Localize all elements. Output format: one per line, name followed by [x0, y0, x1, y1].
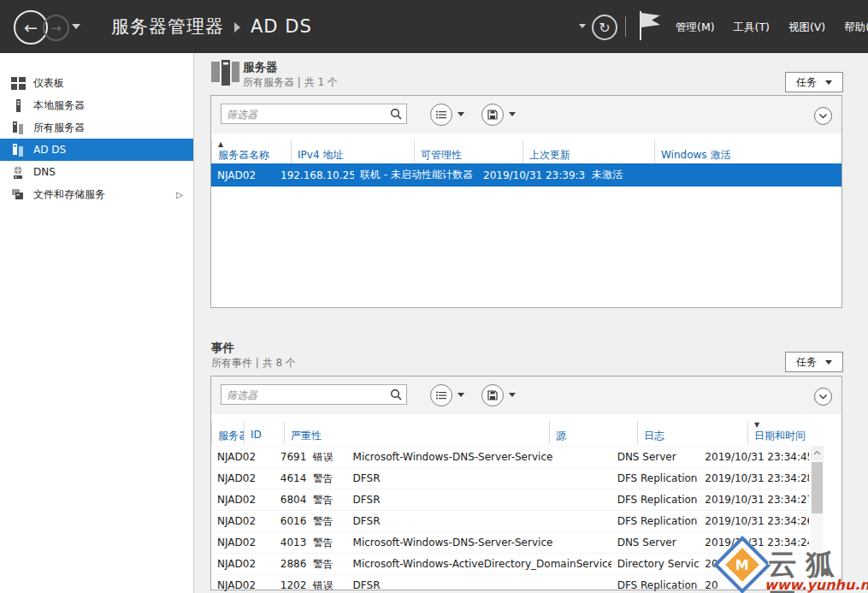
expand-arrow-icon[interactable]: ▷ — [176, 190, 183, 199]
all-servers-icon — [11, 122, 26, 134]
sidebar-item-local-server[interactable]: 本地服务器 — [0, 94, 193, 116]
sidebar-item-label: AD DS — [33, 144, 66, 156]
event-log-cell: DNS Server — [611, 537, 700, 549]
menu-help[interactable]: 帮助(H) — [844, 21, 868, 35]
local-server-icon — [11, 99, 26, 112]
tasks-dropdown-icon — [825, 80, 832, 85]
column-label: 日志 — [644, 430, 664, 442]
app-title: 服务器管理器 — [111, 16, 224, 37]
search-icon — [390, 388, 402, 400]
tasks-label: 任务 — [796, 75, 817, 90]
event-row[interactable]: NJAD02 7691 错误 Microsoft-Windows-DNS-Ser… — [211, 446, 809, 467]
servers-column-header[interactable]: ▲服务器名称 — [211, 140, 291, 163]
server-name-cell: NJAD02 — [211, 169, 275, 181]
event-row[interactable]: NJAD02 1202 错误 DFSR DFS Replication 20 — [211, 574, 809, 593]
event-id-cell: 4614 — [275, 472, 307, 484]
event-log-cell: DNS Server — [611, 451, 700, 463]
sidebar-item-file-storage[interactable]: 文件和存储服务 ▷ — [0, 183, 193, 205]
event-id-cell: 1202 — [275, 579, 307, 591]
notifications-flag-button[interactable] — [639, 11, 661, 40]
event-row[interactable]: NJAD02 6804 警告 DFSR DFS Replication 2019… — [211, 489, 809, 510]
list-filter-icon — [436, 391, 446, 400]
event-row[interactable]: NJAD02 6016 警告 DFSR DFS Replication 2019… — [211, 510, 809, 531]
sidebar-item-label: 所有服务器 — [33, 121, 85, 135]
events-column-header[interactable]: ID — [244, 421, 284, 444]
servers-filter-input[interactable] — [225, 105, 387, 124]
save-query-button[interactable] — [481, 384, 504, 406]
events-column-header[interactable]: 严重性 — [284, 421, 549, 444]
refresh-dropdown-icon[interactable] — [579, 24, 586, 28]
column-label: 服务器名称 — [218, 430, 244, 442]
filter-criteria-button[interactable] — [430, 104, 452, 126]
filter-criteria-button[interactable] — [430, 384, 452, 406]
event-server-cell: NJAD02 — [211, 451, 275, 463]
sidebar-item-label: 文件和存储服务 — [33, 187, 105, 202]
filter-criteria-dropdown-icon[interactable] — [458, 393, 464, 397]
event-severity-cell: 错误 — [307, 578, 347, 593]
event-log-cell: DFS Replication — [611, 515, 700, 527]
event-log-cell: DFS Replication — [611, 472, 700, 484]
events-tile: 服务器名称ID严重性源日志▼日期和时间 NJAD02 7691 错误 Micro… — [210, 376, 842, 590]
servers-column-header[interactable]: IPv4 地址 — [291, 140, 414, 163]
sidebar-item-label: DNS — [33, 166, 56, 178]
servers-tile: ▲服务器名称IPv4 地址可管理性上次更新Windows 激活 NJAD02 1… — [210, 95, 842, 308]
server-manager-window: ← → 服务器管理器AD DS ↻ 管理(M) 工具(T) 视图(V) 帮助(H… — [0, 0, 868, 593]
dashboard-icon — [11, 77, 26, 90]
events-panel-title: 事件 — [211, 341, 234, 356]
forward-button[interactable]: → — [43, 15, 69, 41]
event-server-cell: NJAD02 — [211, 579, 275, 591]
events-filter-input[interactable] — [225, 386, 387, 405]
sidebar-item-all-servers[interactable]: 所有服务器 — [0, 116, 193, 139]
events-column-header[interactable]: 日志 — [637, 421, 747, 444]
sidebar-item-dashboard[interactable]: 仪表板 — [0, 72, 193, 94]
servers-column-header[interactable]: Windows 激活 — [654, 140, 730, 163]
events-panel-subtitle: 所有事件 | 共 8 个 — [211, 356, 296, 371]
servers-panel-icon — [211, 60, 239, 89]
notification-flag-icon — [641, 13, 660, 27]
servers-column-header[interactable]: 可管理性 — [414, 140, 523, 163]
event-id-cell: 2886 — [275, 558, 307, 570]
menu-tools[interactable]: 工具(T) — [734, 21, 770, 35]
forward-icon: → — [50, 21, 62, 36]
save-query-dropdown-icon[interactable] — [509, 112, 516, 116]
servers-tasks-button[interactable]: 任务 — [785, 72, 843, 92]
event-datetime-cell: 2019/10/31 23:34:27 — [699, 494, 809, 506]
event-server-cell: NJAD02 — [211, 558, 275, 570]
event-row[interactable]: NJAD02 4614 警告 DFSR DFS Replication 2019… — [211, 467, 809, 489]
events-column-header[interactable]: 源 — [549, 421, 637, 444]
event-source-cell: DFSR — [347, 472, 611, 484]
event-datetime-cell: 201 — [699, 558, 809, 570]
event-source-cell: Microsoft-Windows-DNS-Server-Service — [347, 537, 611, 549]
scroll-up-button[interactable] — [811, 446, 824, 460]
servers-collapse-button[interactable] — [814, 107, 832, 125]
servers-column-header[interactable]: 上次更新 — [523, 140, 654, 163]
scrollbar-thumb[interactable] — [812, 462, 823, 513]
menu-manage[interactable]: 管理(M) — [676, 21, 715, 35]
event-row[interactable]: NJAD02 2886 警告 Microsoft-Windows-ActiveD… — [211, 553, 809, 574]
event-server-cell: NJAD02 — [211, 537, 275, 549]
nav-history-dropdown-icon[interactable] — [72, 24, 80, 29]
events-column-header[interactable]: 服务器名称 — [211, 421, 244, 444]
menu-view[interactable]: 视图(V) — [788, 21, 825, 35]
events-tasks-button[interactable]: 任务 — [785, 352, 843, 372]
event-row[interactable]: NJAD02 4013 警告 Microsoft-Windows-DNS-Ser… — [211, 531, 809, 553]
event-severity-cell: 错误 — [307, 450, 347, 465]
events-column-header[interactable]: ▼日期和时间 — [747, 421, 806, 444]
filter-criteria-dropdown-icon[interactable] — [458, 112, 464, 116]
server-row-selected[interactable]: NJAD02 192.168.10.253 联机 - 未启动性能计数器 2019… — [211, 163, 841, 187]
save-query-button[interactable] — [481, 104, 504, 126]
refresh-button[interactable]: ↻ — [592, 15, 617, 40]
flag-pole — [640, 11, 641, 40]
events-scrollbar[interactable] — [811, 446, 824, 588]
tasks-dropdown-icon — [825, 360, 832, 365]
column-label: ID — [251, 429, 262, 441]
event-datetime-cell: 2019/10/31 23:34:26 — [699, 515, 809, 527]
server-manageability-cell: 联机 - 未启动性能计数器 — [354, 168, 477, 182]
event-severity-cell: 警告 — [307, 536, 347, 550]
events-collapse-button[interactable] — [814, 388, 832, 406]
sidebar-item-dns[interactable]: DNS — [0, 161, 193, 183]
sidebar-item-ad-ds[interactable]: AD DS — [0, 139, 193, 161]
sort-arrow-icon: ▲ — [218, 141, 223, 148]
save-query-dropdown-icon[interactable] — [509, 393, 516, 397]
event-severity-cell: 警告 — [307, 471, 347, 486]
